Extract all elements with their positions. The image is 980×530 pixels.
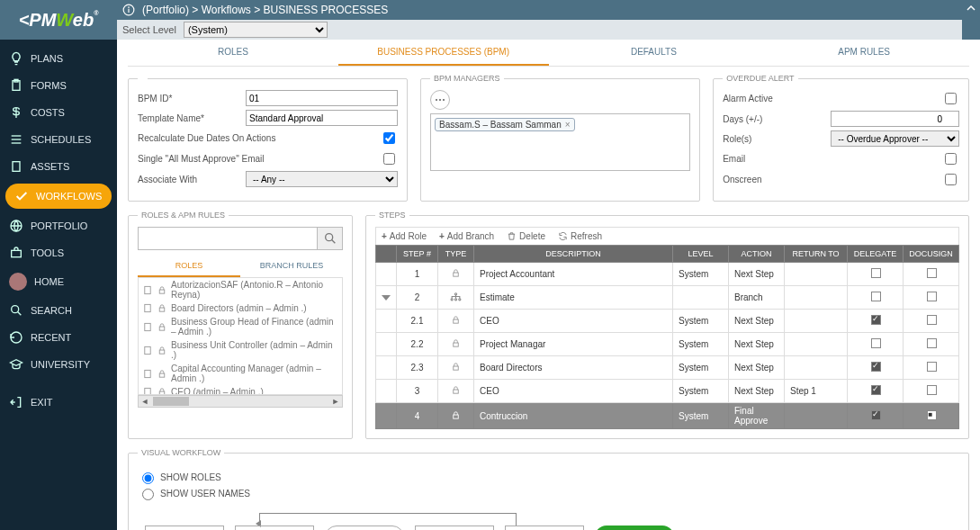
sidebar-item-plans[interactable]: PLANS [0,45,117,72]
col-step[interactable]: STEP # [397,246,438,263]
subtab-branch-rules[interactable]: BRANCH RULES [240,256,343,277]
col-docusign[interactable]: DOCUSIGN [904,246,959,263]
node-project-accountant[interactable]: PROJECT ACCOUNTANT [235,526,314,530]
add-role-button[interactable]: +Add Role [382,231,427,241]
sidebar-label: SEARCH [31,305,72,316]
tab-bpm[interactable]: BUSINESS PROCESSES (BPM) [338,40,549,66]
level-select[interactable]: (System) [184,22,328,38]
docusign-checkbox[interactable] [927,385,937,395]
docusign-checkbox[interactable] [927,315,937,325]
overdue-onscreen-checkbox[interactable] [945,174,957,185]
overdue-email-checkbox[interactable] [945,153,957,165]
delete-button[interactable]: Delete [507,231,545,241]
col-type[interactable]: TYPE [438,246,474,263]
scroll-left-icon[interactable]: ◄ [139,397,151,406]
role-list-item[interactable]: AutorizacionSAF (Antonio.R – Antonio Rey… [139,278,342,301]
managers-box[interactable]: Bassam.S – Bassam Samman× [430,113,690,171]
scroll-right-icon[interactable]: ► [329,397,342,406]
scroll-thumb[interactable] [153,397,189,406]
show-users-radio[interactable] [142,489,154,500]
role-list-item[interactable]: CEO (admin – Admin .) [139,385,342,395]
role-search-input[interactable] [139,228,317,249]
col-delegate[interactable]: DELEGATE [848,246,904,263]
col-desc[interactable]: DESCRIPTION [474,246,673,263]
node-submitter[interactable]: SUBMITTER [145,526,224,530]
sidebar-item-workflows[interactable]: WORKFLOWS [5,184,112,209]
node-ceo[interactable]: CEO [415,526,494,530]
sidebar-item-portfolio[interactable]: PORTFOLIO [0,212,117,239]
search-icon [9,303,23,318]
show-roles-option[interactable]: SHOW ROLES [138,470,221,484]
chip-remove-icon[interactable]: × [565,120,571,130]
delegate-checkbox[interactable] [871,362,881,372]
table-row[interactable]: 2EstimateBranch [376,286,959,310]
lock-icon [451,338,461,348]
role-list-item[interactable]: Board Directors (admin – Admin .) [139,301,342,315]
role-list[interactable]: AutorizacionSAF (Antonio.R – Antonio Rey… [138,278,343,395]
role-list-item[interactable]: Business Group Head of Finance (admin – … [139,315,342,338]
col-action[interactable]: ACTION [729,246,785,263]
sidebar-item-recent[interactable]: RECENT [0,324,117,351]
docusign-checkbox[interactable] [927,362,937,372]
tmpl-name-input[interactable] [246,110,398,126]
show-roles-radio[interactable] [142,472,154,484]
docusign-checkbox[interactable] [927,410,937,420]
table-row[interactable]: 2.3Board DirectorsSystemNext Step [376,356,959,380]
sidebar-item-assets[interactable]: ASSETS [0,153,117,180]
delegate-checkbox[interactable] [871,338,881,348]
sidebar-item-search[interactable]: SEARCH [0,297,117,324]
alarm-checkbox[interactable] [945,93,957,104]
single-email-checkbox[interactable] [383,153,395,165]
show-users-option[interactable]: SHOW USER NAMES [138,486,250,500]
node-final-approve[interactable]: FINAL APPROVE [595,526,674,530]
role-search-button[interactable] [317,228,342,249]
days-input[interactable] [831,111,959,127]
sidebar-item-university[interactable]: UNIVERSITY [0,351,117,378]
sidebar-item-tools[interactable]: TOOLS [0,239,117,266]
table-row[interactable]: 2.2Project ManagarSystemNext Step [376,333,959,356]
expand-icon[interactable] [382,295,391,301]
docusign-checkbox[interactable] [927,338,937,348]
sidebar-item-schedules[interactable]: SCHEDULES [0,126,117,153]
managers-picker-button[interactable]: ⋯ [430,90,450,110]
tab-defaults[interactable]: DEFAULTS [549,40,760,66]
col-return[interactable]: RETURN TO [785,246,848,263]
docusign-checkbox[interactable] [927,292,937,301]
table-row[interactable]: 2.1CEOSystemNext Step [376,310,959,333]
tmpl-name-label: Template Name* [138,113,246,123]
docusign-checkbox[interactable] [927,268,937,278]
refresh-button[interactable]: Refresh [558,231,602,241]
recalc-checkbox[interactable] [383,132,395,144]
doc-icon [142,346,153,355]
node-estimate[interactable]: ESTIMATE [325,526,404,530]
associate-select[interactable]: -- Any -- [246,171,398,187]
delegate-checkbox[interactable] [871,410,881,420]
tab-roles[interactable]: ROLES [128,40,338,66]
overdue-roles-select[interactable]: -- Overdue Approver -- [831,130,959,147]
delegate-checkbox[interactable] [871,315,881,325]
delegate-checkbox[interactable] [871,292,881,301]
role-list-item[interactable]: Capital Accounting Manager (admin – Admi… [139,362,342,385]
node-construccion[interactable]: CONTRUCCION [505,526,584,530]
sidebar-item-costs[interactable]: COSTS [0,99,117,126]
tab-apm[interactable]: APM RULES [759,40,969,66]
table-row[interactable]: 3CEOSystemNext StepStep 1 [376,380,959,403]
roles-rules-panel: ROLES & APM RULES ROLES BRANCH RULES Aut… [128,211,353,439]
role-list-item[interactable]: Business Unit Controller (admin – Admin … [139,338,342,362]
sidebar-item-exit[interactable]: EXIT [0,389,117,416]
add-branch-button[interactable]: +Add Branch [439,231,494,241]
table-row[interactable]: 4ContruccionSystemFinal Approve [376,403,959,429]
bpm-id-input[interactable] [246,90,398,106]
role-list-hscroll[interactable]: ◄► [138,395,343,408]
col-level[interactable]: LEVEL [673,246,729,263]
delegate-checkbox[interactable] [871,385,881,395]
lock-icon [451,410,461,420]
sidebar-item-home[interactable]: HOME [0,266,117,297]
sidebar-item-forms[interactable]: FORMS [0,72,117,99]
lock-icon [451,385,461,395]
delegate-checkbox[interactable] [871,268,881,278]
lock-icon [157,369,167,379]
header-collapse[interactable] [962,0,980,40]
table-row[interactable]: 1Project AccountantSystemNext Step [376,263,959,286]
subtab-roles[interactable]: ROLES [138,256,240,277]
